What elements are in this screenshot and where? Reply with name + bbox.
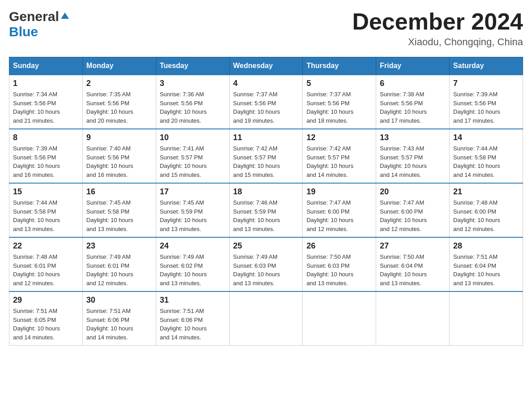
day-info: Sunrise: 7:51 AMSunset: 6:04 PMDaylight:… (453, 253, 519, 287)
day-number: 29 (13, 295, 79, 305)
day-info: Sunrise: 7:40 AMSunset: 5:56 PMDaylight:… (86, 144, 152, 179)
calendar-cell: 22Sunrise: 7:48 AMSunset: 6:01 PMDayligh… (9, 237, 83, 291)
day-number: 12 (306, 133, 372, 142)
day-number: 9 (86, 133, 152, 142)
calendar-cell (303, 291, 376, 346)
day-number: 21 (453, 187, 519, 197)
day-number: 23 (86, 241, 152, 251)
day-info: Sunrise: 7:35 AMSunset: 5:56 PMDaylight:… (86, 90, 152, 125)
calendar-cell: 11Sunrise: 7:42 AMSunset: 5:57 PMDayligh… (229, 129, 303, 183)
day-info: Sunrise: 7:44 AMSunset: 5:58 PMDaylight:… (13, 198, 79, 233)
day-number: 20 (380, 187, 446, 197)
day-number: 5 (306, 79, 372, 88)
calendar-cell: 1Sunrise: 7:34 AMSunset: 5:56 PMDaylight… (9, 75, 83, 129)
day-number: 28 (453, 241, 519, 251)
day-number: 13 (380, 133, 446, 142)
calendar-table: SundayMondayTuesdayWednesdayThursdayFrid… (9, 57, 523, 346)
day-info: Sunrise: 7:49 AMSunset: 6:01 PMDaylight:… (86, 253, 152, 287)
calendar-cell: 27Sunrise: 7:50 AMSunset: 6:04 PMDayligh… (376, 237, 450, 291)
calendar-cell: 24Sunrise: 7:49 AMSunset: 6:02 PMDayligh… (156, 237, 229, 291)
weekday-header-row: SundayMondayTuesdayWednesdayThursdayFrid… (9, 57, 523, 75)
calendar-cell: 4Sunrise: 7:37 AMSunset: 5:56 PMDaylight… (229, 75, 303, 129)
day-info: Sunrise: 7:51 AMSunset: 6:05 PMDaylight:… (13, 307, 79, 342)
calendar-cell: 23Sunrise: 7:49 AMSunset: 6:01 PMDayligh… (82, 237, 156, 291)
calendar-cell: 26Sunrise: 7:50 AMSunset: 6:03 PMDayligh… (303, 237, 376, 291)
day-info: Sunrise: 7:34 AMSunset: 5:56 PMDaylight:… (13, 90, 79, 125)
calendar-cell: 21Sunrise: 7:48 AMSunset: 6:00 PMDayligh… (450, 183, 523, 237)
weekday-header-monday: Monday (82, 57, 156, 75)
day-info: Sunrise: 7:41 AMSunset: 5:57 PMDaylight:… (160, 144, 226, 179)
day-info: Sunrise: 7:49 AMSunset: 6:02 PMDaylight:… (160, 253, 226, 287)
day-number: 25 (233, 241, 299, 251)
day-info: Sunrise: 7:39 AMSunset: 5:56 PMDaylight:… (13, 144, 79, 179)
day-number: 17 (160, 187, 226, 197)
weekday-header-thursday: Thursday (303, 57, 376, 75)
calendar-cell: 6Sunrise: 7:38 AMSunset: 5:56 PMDaylight… (376, 75, 450, 129)
weekday-header-sunday: Sunday (9, 57, 83, 75)
calendar-cell: 8Sunrise: 7:39 AMSunset: 5:56 PMDaylight… (9, 129, 83, 183)
week-row-3: 15Sunrise: 7:44 AMSunset: 5:58 PMDayligh… (9, 183, 523, 237)
day-number: 15 (13, 187, 79, 197)
calendar-cell: 18Sunrise: 7:46 AMSunset: 5:59 PMDayligh… (229, 183, 303, 237)
day-info: Sunrise: 7:43 AMSunset: 5:57 PMDaylight:… (380, 144, 446, 179)
week-row-2: 8Sunrise: 7:39 AMSunset: 5:56 PMDaylight… (9, 129, 523, 183)
week-row-1: 1Sunrise: 7:34 AMSunset: 5:56 PMDaylight… (9, 75, 523, 129)
calendar-cell: 30Sunrise: 7:51 AMSunset: 6:06 PMDayligh… (82, 291, 156, 346)
day-number: 6 (380, 79, 446, 88)
calendar-cell: 16Sunrise: 7:45 AMSunset: 5:58 PMDayligh… (82, 183, 156, 237)
calendar-cell: 20Sunrise: 7:47 AMSunset: 6:00 PMDayligh… (376, 183, 450, 237)
calendar-cell: 31Sunrise: 7:51 AMSunset: 6:06 PMDayligh… (156, 291, 229, 346)
week-row-4: 22Sunrise: 7:48 AMSunset: 6:01 PMDayligh… (9, 237, 523, 291)
day-info: Sunrise: 7:45 AMSunset: 5:59 PMDaylight:… (160, 198, 226, 233)
calendar-cell: 3Sunrise: 7:36 AMSunset: 5:56 PMDaylight… (156, 75, 229, 129)
day-info: Sunrise: 7:51 AMSunset: 6:06 PMDaylight:… (160, 307, 226, 342)
calendar-cell (376, 291, 450, 346)
svg-marker-0 (61, 13, 69, 19)
title-section: December 2024 Xiaodu, Chongqing, China (352, 9, 523, 48)
day-info: Sunrise: 7:46 AMSunset: 5:59 PMDaylight:… (233, 198, 299, 233)
logo-blue-text: Blue (9, 24, 38, 39)
day-number: 1 (13, 79, 79, 88)
day-info: Sunrise: 7:36 AMSunset: 5:56 PMDaylight:… (160, 90, 226, 125)
day-info: Sunrise: 7:42 AMSunset: 5:57 PMDaylight:… (306, 144, 372, 179)
calendar-cell: 19Sunrise: 7:47 AMSunset: 6:00 PMDayligh… (303, 183, 376, 237)
weekday-header-tuesday: Tuesday (156, 57, 229, 75)
day-number: 10 (160, 133, 226, 142)
day-number: 2 (86, 79, 152, 88)
calendar-cell: 10Sunrise: 7:41 AMSunset: 5:57 PMDayligh… (156, 129, 229, 183)
calendar-cell: 17Sunrise: 7:45 AMSunset: 5:59 PMDayligh… (156, 183, 229, 237)
day-number: 27 (380, 241, 446, 251)
day-number: 7 (453, 79, 519, 88)
calendar-cell: 5Sunrise: 7:37 AMSunset: 5:56 PMDaylight… (303, 75, 376, 129)
day-number: 3 (160, 79, 226, 88)
day-number: 14 (453, 133, 519, 142)
month-title: December 2024 (352, 9, 523, 34)
day-number: 22 (13, 241, 79, 251)
calendar-cell: 13Sunrise: 7:43 AMSunset: 5:57 PMDayligh… (376, 129, 450, 183)
day-info: Sunrise: 7:47 AMSunset: 6:00 PMDaylight:… (306, 198, 372, 233)
day-number: 26 (306, 241, 372, 251)
day-info: Sunrise: 7:38 AMSunset: 5:56 PMDaylight:… (380, 90, 446, 125)
day-number: 31 (160, 295, 226, 305)
logo: General Blue (9, 9, 70, 39)
day-info: Sunrise: 7:48 AMSunset: 6:01 PMDaylight:… (13, 253, 79, 287)
day-info: Sunrise: 7:39 AMSunset: 5:56 PMDaylight:… (453, 90, 519, 125)
day-info: Sunrise: 7:49 AMSunset: 6:03 PMDaylight:… (233, 253, 299, 287)
day-info: Sunrise: 7:37 AMSunset: 5:56 PMDaylight:… (233, 90, 299, 125)
calendar-cell: 15Sunrise: 7:44 AMSunset: 5:58 PMDayligh… (9, 183, 83, 237)
logo-general-text: General (9, 9, 59, 24)
calendar-cell: 28Sunrise: 7:51 AMSunset: 6:04 PMDayligh… (450, 237, 523, 291)
day-number: 18 (233, 187, 299, 197)
calendar-cell: 29Sunrise: 7:51 AMSunset: 6:05 PMDayligh… (9, 291, 83, 346)
logo-icon (60, 11, 70, 21)
day-info: Sunrise: 7:50 AMSunset: 6:04 PMDaylight:… (380, 253, 446, 287)
day-number: 30 (86, 295, 152, 305)
calendar-cell: 12Sunrise: 7:42 AMSunset: 5:57 PMDayligh… (303, 129, 376, 183)
calendar-cell: 7Sunrise: 7:39 AMSunset: 5:56 PMDaylight… (450, 75, 523, 129)
day-info: Sunrise: 7:48 AMSunset: 6:00 PMDaylight:… (453, 198, 519, 233)
week-row-5: 29Sunrise: 7:51 AMSunset: 6:05 PMDayligh… (9, 291, 523, 346)
day-info: Sunrise: 7:37 AMSunset: 5:56 PMDaylight:… (306, 90, 372, 125)
day-info: Sunrise: 7:42 AMSunset: 5:57 PMDaylight:… (233, 144, 299, 179)
calendar-cell (450, 291, 523, 346)
day-info: Sunrise: 7:50 AMSunset: 6:03 PMDaylight:… (306, 253, 372, 287)
